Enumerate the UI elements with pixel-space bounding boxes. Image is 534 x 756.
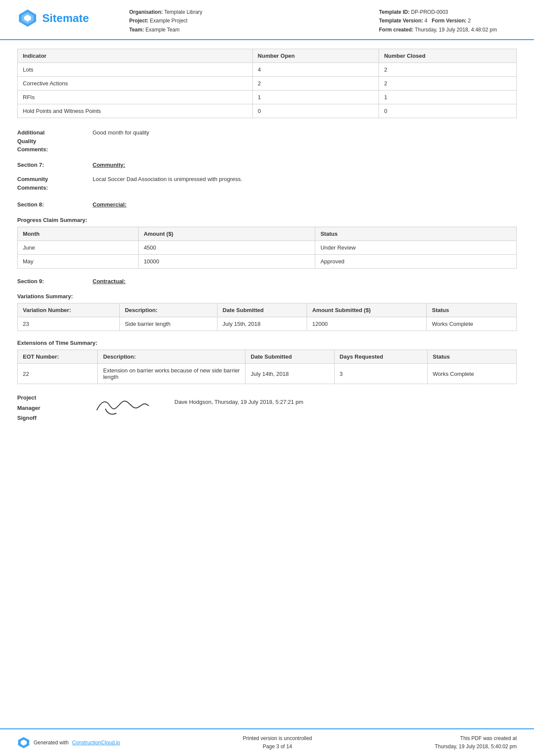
section9-row: Section 9: Contractual: xyxy=(17,277,517,286)
logo-text: Sitemate xyxy=(42,12,89,25)
indicator-closed: 1 xyxy=(379,91,516,104)
variation-description: Side barrier length xyxy=(119,317,217,331)
progress-claim-table: Month Amount ($) Status June 4500 Under … xyxy=(17,227,517,269)
footer-uncontrolled: Printed version is uncontrolled xyxy=(243,734,312,743)
signoff-row: Project Manager Signoff Dave Hodgson, Th… xyxy=(17,393,517,423)
sitemate-logo-icon xyxy=(17,8,38,28)
header-right: Template ID: DP-PROD-0003 Template Versi… xyxy=(379,8,517,34)
form-created-value: Thursday, 19 July 2018, 4:48:02 pm xyxy=(415,27,497,33)
indicator-name: Corrective Actions xyxy=(18,77,253,91)
project-value: Example Project xyxy=(150,18,187,24)
indicator-closed: 2 xyxy=(379,77,516,91)
table-row: Corrective Actions 2 2 xyxy=(18,77,517,91)
section8-value: Commercial: xyxy=(93,200,517,209)
footer-pdf-created-label: This PDF was created at xyxy=(435,734,517,743)
section9-value: Contractual: xyxy=(93,277,517,286)
variation-status: Works Complete xyxy=(426,317,516,331)
template-id-value: DP-PROD-0003 xyxy=(411,9,448,15)
col-indicator: Indicator xyxy=(18,49,253,63)
indicator-name: RFIs xyxy=(18,91,253,104)
progress-amount: 10000 xyxy=(138,254,315,268)
eot-status: Works Complete xyxy=(427,364,516,384)
table-row: Hold Points and Witness Points 0 0 xyxy=(18,104,517,118)
template-version-value: 4 xyxy=(425,18,428,24)
table-row: May 10000 Approved xyxy=(18,254,517,268)
col-number-closed: Number Closed xyxy=(379,49,516,63)
footer-center: Printed version is uncontrolled Page 3 o… xyxy=(243,734,312,751)
indicator-table: Indicator Number Open Number Closed Lots… xyxy=(17,49,517,118)
indicator-name: Hold Points and Witness Points xyxy=(18,104,253,118)
indicator-open: 4 xyxy=(252,63,379,77)
eot-number: 22 xyxy=(18,364,98,384)
progress-amount: 4500 xyxy=(138,241,315,254)
page-header: Sitemate Organisation: Template Library … xyxy=(0,0,534,40)
indicator-open: 2 xyxy=(252,77,379,91)
eot-col-status: Status xyxy=(427,350,516,364)
form-created-label: Form created: xyxy=(379,27,413,33)
additional-quality-label: AdditionalQualityComments: xyxy=(17,128,93,154)
var-col-description: Description: xyxy=(119,303,217,317)
eot-days: 3 xyxy=(334,364,427,384)
progress-status: Under Review xyxy=(315,241,517,254)
org-value: Template Library xyxy=(164,9,202,15)
indicator-open: 1 xyxy=(252,91,379,104)
community-comments-row: CommunityComments: Local Soccer Dad Asso… xyxy=(17,175,517,192)
progress-status: Approved xyxy=(315,254,517,268)
footer-left: Generated with ConstructionCloud.io xyxy=(17,736,120,749)
variation-number: 23 xyxy=(18,317,120,331)
eot-col-description: Description: xyxy=(98,350,245,364)
eot-description: Extension on barrier works because of ne… xyxy=(98,364,245,384)
progress-col-month: Month xyxy=(18,227,139,241)
community-comments-label: CommunityComments: xyxy=(17,175,93,192)
variation-amount: 12000 xyxy=(307,317,426,331)
footer-logo-icon xyxy=(17,736,30,749)
table-row: 22 Extension on barrier works because of… xyxy=(18,364,517,384)
section7-value: Community: xyxy=(93,161,517,169)
progress-col-status: Status xyxy=(315,227,517,241)
table-row: June 4500 Under Review xyxy=(18,241,517,254)
eot-col-days: Days Requested xyxy=(334,350,427,364)
section8-label: Section 8: xyxy=(17,200,93,209)
col-number-open: Number Open xyxy=(252,49,379,63)
progress-col-amount: Amount ($) xyxy=(138,227,315,241)
form-version-value: 2 xyxy=(468,18,471,24)
team-label: Team: xyxy=(129,27,144,33)
signoff-signature xyxy=(93,393,161,420)
additional-quality-row: AdditionalQualityComments: Good month fo… xyxy=(17,128,517,154)
section7-row: Section 7: Community: xyxy=(17,161,517,169)
logo-area: Sitemate xyxy=(17,8,112,28)
footer-right: This PDF was created at Thursday, 19 Jul… xyxy=(435,734,517,751)
progress-month: June xyxy=(18,241,139,254)
eot-table: EOT Number: Description: Date Submitted … xyxy=(17,350,517,384)
org-label: Organisation: xyxy=(129,9,163,15)
variations-table: Variation Number: Description: Date Subm… xyxy=(17,303,517,331)
var-col-status: Status xyxy=(426,303,516,317)
footer-link[interactable]: ConstructionCloud.io xyxy=(72,740,120,746)
main-content: Indicator Number Open Number Closed Lots… xyxy=(0,40,534,580)
eot-col-number: EOT Number: xyxy=(18,350,98,364)
indicator-open: 0 xyxy=(252,104,379,118)
footer-generated-text: Generated with xyxy=(34,740,68,746)
progress-month: May xyxy=(18,254,139,268)
table-row: Lots 4 2 xyxy=(18,63,517,77)
form-version-label: Form Version: xyxy=(432,18,467,24)
additional-quality-value: Good month for quality xyxy=(93,128,517,137)
section8-row: Section 8: Commercial: xyxy=(17,200,517,209)
indicator-closed: 2 xyxy=(379,63,516,77)
indicator-closed: 0 xyxy=(379,104,516,118)
page-footer: Generated with ConstructionCloud.io Prin… xyxy=(0,728,534,756)
eot-date: July 14th, 2018 xyxy=(245,364,334,384)
team-value: Example Team xyxy=(146,27,180,33)
template-version-label: Template Version: xyxy=(379,18,423,24)
indicator-name: Lots xyxy=(18,63,253,77)
footer-pdf-created-date: Thursday, 19 July 2018, 5:40:02 pm xyxy=(435,743,517,751)
section7-label: Section 7: xyxy=(17,161,93,169)
footer-page-number: Page 3 of 14 xyxy=(243,743,312,751)
var-col-amount: Amount Submitted ($) xyxy=(307,303,426,317)
variation-date: July 15th, 2018 xyxy=(217,317,307,331)
table-row: 23 Side barrier length July 15th, 2018 1… xyxy=(18,317,517,331)
eot-title: Extensions of Time Summary: xyxy=(17,340,517,346)
community-comments-value: Local Soccer Dad Association is unimpres… xyxy=(93,175,517,184)
template-id-label: Template ID: xyxy=(379,9,410,15)
signature-svg xyxy=(93,393,153,419)
